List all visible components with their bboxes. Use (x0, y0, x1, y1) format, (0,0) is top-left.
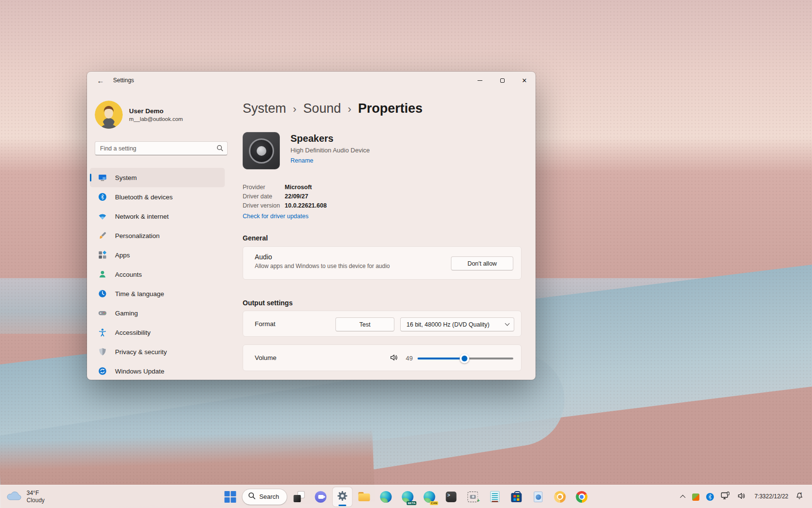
back-button[interactable]: ← (93, 75, 108, 86)
notifications-button[interactable]: z (793, 488, 806, 506)
taskbar: 34°F Cloudy Search (0, 485, 812, 508)
apps-icon (98, 250, 107, 260)
sidebar-item-label: Accessibility (115, 329, 151, 336)
sidebar-item-privacy-security[interactable]: Privacy & security (90, 342, 225, 361)
weather-temp: 34°F (27, 490, 44, 497)
breadcrumb-system[interactable]: System (243, 101, 286, 116)
chat-icon (315, 491, 327, 503)
maximize-button[interactable] (491, 72, 513, 89)
weather-text: 34°F Cloudy (27, 490, 44, 504)
minimize-icon (478, 80, 482, 81)
chevron-up-icon (680, 495, 685, 500)
snipping-tool-button[interactable]: + (464, 487, 483, 507)
sidebar-item-system[interactable]: System (90, 168, 225, 187)
chrome-canary-button[interactable] (551, 487, 570, 507)
close-button[interactable]: ✕ (513, 72, 536, 89)
clock-time: 7:33 (754, 493, 766, 501)
file-explorer-button[interactable] (355, 487, 374, 507)
sidebar-item-personalization[interactable]: Personalization (90, 226, 225, 245)
sidebar-item-accessibility[interactable]: Accessibility (90, 323, 225, 342)
volume-speaker-icon[interactable] (390, 353, 398, 364)
avatar (95, 101, 123, 129)
speaker-cone (257, 146, 266, 156)
breadcrumb-sound[interactable]: Sound (303, 101, 341, 116)
bluetooth-icon (706, 493, 714, 501)
chat-button[interactable] (311, 487, 331, 507)
breadcrumb-properties: Properties (358, 101, 423, 116)
search-input[interactable] (95, 141, 228, 155)
svg-text:z: z (800, 492, 802, 494)
sidebar-item-label: Accounts (115, 271, 142, 278)
task-view-button[interactable] (290, 487, 309, 507)
volume-slider-handle[interactable] (460, 354, 469, 363)
rename-link[interactable]: Rename (290, 157, 313, 164)
tray-app-button[interactable] (690, 488, 702, 506)
sidebar-item-time-language[interactable]: Time & language (90, 284, 225, 303)
taskbar-search-label: Search (259, 493, 279, 500)
edge-beta-button[interactable]: BETA (398, 487, 418, 507)
chevron-down-icon (505, 321, 510, 326)
sidebar-item-bluetooth-devices[interactable]: Bluetooth & devices (90, 187, 225, 207)
sidebar-item-network-internet[interactable]: Network & internet (90, 207, 225, 226)
sidebar-item-label: Gaming (115, 310, 138, 317)
volume-slider[interactable] (418, 354, 513, 363)
speaker-tray-icon (737, 492, 746, 502)
format-dropdown-value: 16 bit, 48000 Hz (DVD Quality) (406, 321, 506, 328)
device-meta: Speakers High Definition Audio Device Re… (290, 132, 370, 169)
edge-beta-badge: BETA (407, 501, 417, 505)
sidebar-item-apps[interactable]: Apps (90, 245, 225, 265)
tray-bluetooth-button[interactable] (704, 488, 716, 506)
document-button[interactable] (529, 487, 548, 507)
settings-taskbar-button[interactable] (333, 487, 352, 507)
sidebar-item-label: Privacy & security (115, 348, 167, 356)
start-button[interactable] (220, 487, 240, 507)
active-indicator (90, 174, 91, 181)
windows-update-icon (98, 366, 107, 376)
terminal-button[interactable]: > (442, 487, 461, 507)
speaker-ring (249, 138, 274, 164)
taskbar-search-button[interactable]: Search (242, 489, 287, 505)
format-dropdown[interactable]: 16 bit, 48000 Hz (DVD Quality) (400, 317, 514, 331)
system-icon (98, 173, 107, 182)
check-driver-updates-link[interactable]: Check for driver updates (243, 213, 308, 220)
store-button[interactable] (507, 487, 526, 507)
driver-row-provider: Provider Microsoft (243, 182, 523, 192)
minimize-button[interactable] (469, 72, 491, 89)
clock-date: 22/12/22 (766, 493, 788, 501)
network-button[interactable] (718, 488, 733, 506)
windows-logo-icon (224, 491, 236, 503)
weather-condition: Cloudy (27, 497, 44, 504)
notepad-button[interactable] (485, 487, 505, 507)
sidebar: User Demo m__lab@outlook.com (87, 89, 231, 380)
settings-window: ← Settings ✕ (87, 72, 536, 380)
search-icon (217, 145, 223, 153)
edge-button[interactable] (377, 487, 396, 507)
personalization-icon (98, 231, 107, 240)
edge-canary-button[interactable]: CAN (420, 487, 439, 507)
sidebar-item-gaming[interactable]: Gaming (90, 303, 225, 323)
profile[interactable]: User Demo m__lab@outlook.com (95, 101, 231, 129)
format-label: Format (255, 320, 276, 328)
sidebar-item-windows-update[interactable]: Windows Update (90, 361, 225, 380)
titlebar[interactable]: ← Settings ✕ (87, 72, 536, 89)
volume-slider-fill (418, 358, 464, 359)
general-heading: General (243, 234, 523, 242)
taskbar-center: Search (220, 485, 591, 508)
weather-cloud-icon (6, 490, 22, 504)
snipping-tool-icon: + (468, 492, 478, 502)
breadcrumb-separator: › (348, 102, 351, 116)
hidden-icons-button[interactable] (679, 488, 688, 506)
speaker-device-icon (243, 132, 280, 169)
dont-allow-button[interactable]: Don't allow (451, 256, 513, 270)
clock[interactable]: 7:33 22/12/22 (752, 488, 791, 506)
volume-label: Volume (255, 354, 276, 361)
test-button[interactable]: Test (335, 317, 394, 331)
gaming-icon (98, 308, 107, 318)
maximize-icon (500, 78, 505, 83)
weather-widget[interactable]: 34°F Cloudy (6, 490, 44, 504)
sidebar-item-accounts[interactable]: Accounts (90, 265, 225, 284)
volume-tray-button[interactable] (735, 488, 748, 506)
sidebar-item-label: Windows Update (115, 368, 164, 375)
chrome-button[interactable] (572, 487, 592, 507)
sidebar-item-label: Network & internet (115, 213, 169, 220)
